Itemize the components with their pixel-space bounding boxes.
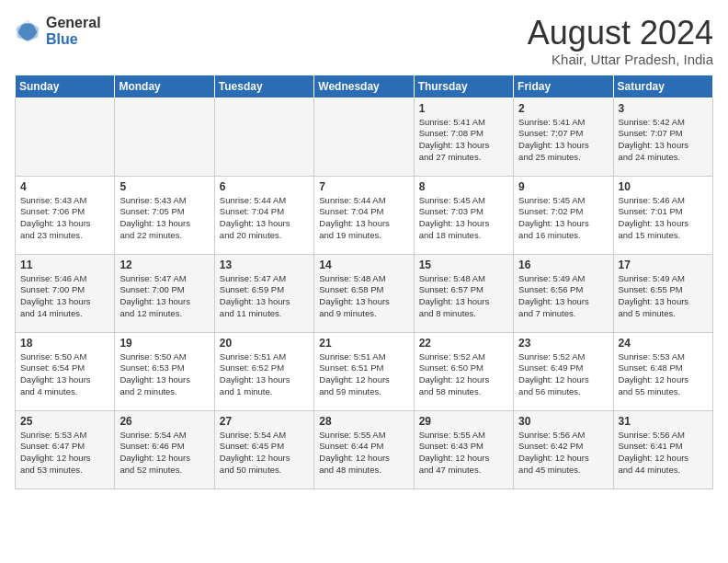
day-info: Sunrise: 5:53 AMSunset: 6:48 PMDaylight:… bbox=[619, 351, 708, 398]
weekday-header-row: SundayMondayTuesdayWednesdayThursdayFrid… bbox=[16, 75, 713, 98]
calendar-cell: 11Sunrise: 5:46 AMSunset: 7:00 PMDayligh… bbox=[16, 254, 115, 332]
day-info: Sunrise: 5:51 AMSunset: 6:52 PMDaylight:… bbox=[220, 351, 309, 398]
day-number: 25 bbox=[20, 415, 109, 428]
day-info: Sunrise: 5:50 AMSunset: 6:53 PMDaylight:… bbox=[119, 351, 209, 398]
day-number: 29 bbox=[419, 415, 508, 428]
calendar-table: SundayMondayTuesdayWednesdayThursdayFrid… bbox=[15, 75, 713, 489]
day-info: Sunrise: 5:53 AMSunset: 6:47 PMDaylight:… bbox=[20, 430, 109, 477]
day-number: 8 bbox=[419, 180, 508, 193]
calendar-cell: 29Sunrise: 5:55 AMSunset: 6:43 PMDayligh… bbox=[414, 410, 513, 488]
page-header: General Blue August 2024 Khair, Uttar Pr… bbox=[15, 15, 713, 67]
calendar-week-row: 4Sunrise: 5:43 AMSunset: 7:06 PMDaylight… bbox=[16, 176, 713, 254]
calendar-cell: 16Sunrise: 5:49 AMSunset: 6:56 PMDayligh… bbox=[514, 254, 613, 332]
calendar-cell: 22Sunrise: 5:52 AMSunset: 6:50 PMDayligh… bbox=[414, 332, 513, 410]
day-number: 19 bbox=[119, 337, 209, 350]
day-info: Sunrise: 5:52 AMSunset: 6:49 PMDaylight:… bbox=[518, 351, 608, 398]
day-number: 27 bbox=[220, 415, 309, 428]
weekday-header-wednesday: Wednesday bbox=[314, 75, 414, 98]
day-info: Sunrise: 5:54 AMSunset: 6:46 PMDaylight:… bbox=[119, 430, 209, 477]
day-info: Sunrise: 5:45 AMSunset: 7:02 PMDaylight:… bbox=[518, 195, 608, 242]
day-number: 11 bbox=[20, 259, 109, 271]
day-info: Sunrise: 5:50 AMSunset: 6:54 PMDaylight:… bbox=[20, 351, 109, 398]
day-number: 7 bbox=[319, 180, 408, 193]
day-number: 20 bbox=[220, 337, 309, 350]
day-number: 31 bbox=[619, 415, 708, 428]
day-number: 2 bbox=[518, 102, 608, 115]
calendar-cell: 4Sunrise: 5:43 AMSunset: 7:06 PMDaylight… bbox=[16, 176, 115, 254]
weekday-header-saturday: Saturday bbox=[613, 75, 712, 98]
calendar-cell: 31Sunrise: 5:56 AMSunset: 6:41 PMDayligh… bbox=[613, 410, 712, 488]
calendar-cell: 3Sunrise: 5:42 AMSunset: 7:07 PMDaylight… bbox=[613, 98, 712, 176]
calendar-cell: 25Sunrise: 5:53 AMSunset: 6:47 PMDayligh… bbox=[16, 410, 115, 488]
day-info: Sunrise: 5:46 AMSunset: 7:00 PMDaylight:… bbox=[20, 273, 109, 320]
month-year-title: August 2024 bbox=[528, 15, 713, 52]
calendar-week-row: 11Sunrise: 5:46 AMSunset: 7:00 PMDayligh… bbox=[16, 254, 713, 332]
day-info: Sunrise: 5:43 AMSunset: 7:05 PMDaylight:… bbox=[119, 195, 209, 242]
day-info: Sunrise: 5:44 AMSunset: 7:04 PMDaylight:… bbox=[319, 195, 408, 242]
calendar-cell: 28Sunrise: 5:55 AMSunset: 6:44 PMDayligh… bbox=[314, 410, 414, 488]
logo: General Blue bbox=[15, 15, 101, 47]
day-number: 10 bbox=[619, 180, 708, 193]
calendar-cell: 7Sunrise: 5:44 AMSunset: 7:04 PMDaylight… bbox=[314, 176, 414, 254]
day-info: Sunrise: 5:54 AMSunset: 6:45 PMDaylight:… bbox=[220, 430, 309, 477]
day-info: Sunrise: 5:55 AMSunset: 6:44 PMDaylight:… bbox=[319, 430, 408, 477]
day-number: 26 bbox=[119, 415, 209, 428]
calendar-cell: 18Sunrise: 5:50 AMSunset: 6:54 PMDayligh… bbox=[16, 332, 115, 410]
weekday-header-monday: Monday bbox=[115, 75, 214, 98]
calendar-cell: 17Sunrise: 5:49 AMSunset: 6:55 PMDayligh… bbox=[613, 254, 712, 332]
calendar-week-row: 25Sunrise: 5:53 AMSunset: 6:47 PMDayligh… bbox=[16, 410, 713, 488]
day-number: 5 bbox=[119, 180, 209, 193]
day-number: 24 bbox=[619, 337, 708, 350]
day-number: 28 bbox=[319, 415, 408, 428]
calendar-cell bbox=[16, 98, 115, 176]
logo-text: General Blue bbox=[46, 15, 101, 47]
weekday-header-thursday: Thursday bbox=[414, 75, 513, 98]
day-info: Sunrise: 5:49 AMSunset: 6:55 PMDaylight:… bbox=[619, 273, 708, 320]
calendar-cell: 14Sunrise: 5:48 AMSunset: 6:58 PMDayligh… bbox=[314, 254, 414, 332]
title-block: August 2024 Khair, Uttar Pradesh, India bbox=[528, 15, 713, 67]
day-info: Sunrise: 5:44 AMSunset: 7:04 PMDaylight:… bbox=[220, 195, 309, 242]
calendar-cell: 27Sunrise: 5:54 AMSunset: 6:45 PMDayligh… bbox=[214, 410, 313, 488]
calendar-cell: 19Sunrise: 5:50 AMSunset: 6:53 PMDayligh… bbox=[115, 332, 214, 410]
day-number: 1 bbox=[419, 102, 508, 115]
day-info: Sunrise: 5:47 AMSunset: 7:00 PMDaylight:… bbox=[119, 273, 209, 320]
calendar-cell: 23Sunrise: 5:52 AMSunset: 6:49 PMDayligh… bbox=[514, 332, 613, 410]
calendar-cell: 13Sunrise: 5:47 AMSunset: 6:59 PMDayligh… bbox=[214, 254, 313, 332]
day-number: 13 bbox=[220, 259, 309, 271]
day-number: 4 bbox=[20, 180, 109, 193]
calendar-week-row: 1Sunrise: 5:41 AMSunset: 7:08 PMDaylight… bbox=[16, 98, 713, 176]
calendar-cell: 20Sunrise: 5:51 AMSunset: 6:52 PMDayligh… bbox=[214, 332, 313, 410]
day-info: Sunrise: 5:56 AMSunset: 6:42 PMDaylight:… bbox=[518, 430, 608, 477]
day-info: Sunrise: 5:43 AMSunset: 7:06 PMDaylight:… bbox=[20, 195, 109, 242]
day-info: Sunrise: 5:42 AMSunset: 7:07 PMDaylight:… bbox=[619, 117, 708, 164]
logo-blue-text: Blue bbox=[46, 31, 101, 48]
calendar-cell: 1Sunrise: 5:41 AMSunset: 7:08 PMDaylight… bbox=[414, 98, 513, 176]
day-number: 22 bbox=[419, 337, 508, 350]
day-info: Sunrise: 5:52 AMSunset: 6:50 PMDaylight:… bbox=[419, 351, 508, 398]
weekday-header-friday: Friday bbox=[514, 75, 613, 98]
day-number: 18 bbox=[20, 337, 109, 350]
day-number: 9 bbox=[518, 180, 608, 193]
calendar-cell bbox=[214, 98, 313, 176]
day-number: 6 bbox=[220, 180, 309, 193]
day-info: Sunrise: 5:56 AMSunset: 6:41 PMDaylight:… bbox=[619, 430, 708, 477]
day-info: Sunrise: 5:41 AMSunset: 7:08 PMDaylight:… bbox=[419, 117, 508, 164]
weekday-header-tuesday: Tuesday bbox=[214, 75, 313, 98]
day-number: 15 bbox=[419, 259, 508, 271]
calendar-cell: 21Sunrise: 5:51 AMSunset: 6:51 PMDayligh… bbox=[314, 332, 414, 410]
calendar-cell: 9Sunrise: 5:45 AMSunset: 7:02 PMDaylight… bbox=[514, 176, 613, 254]
day-info: Sunrise: 5:51 AMSunset: 6:51 PMDaylight:… bbox=[319, 351, 408, 398]
day-info: Sunrise: 5:45 AMSunset: 7:03 PMDaylight:… bbox=[419, 195, 508, 242]
day-info: Sunrise: 5:48 AMSunset: 6:58 PMDaylight:… bbox=[319, 273, 408, 320]
day-info: Sunrise: 5:47 AMSunset: 6:59 PMDaylight:… bbox=[220, 273, 309, 320]
day-number: 30 bbox=[518, 415, 608, 428]
day-number: 23 bbox=[518, 337, 608, 350]
weekday-header-sunday: Sunday bbox=[16, 75, 115, 98]
calendar-cell: 10Sunrise: 5:46 AMSunset: 7:01 PMDayligh… bbox=[613, 176, 712, 254]
day-number: 14 bbox=[319, 259, 408, 271]
day-info: Sunrise: 5:46 AMSunset: 7:01 PMDaylight:… bbox=[619, 195, 708, 242]
day-info: Sunrise: 5:55 AMSunset: 6:43 PMDaylight:… bbox=[419, 430, 508, 477]
calendar-cell: 24Sunrise: 5:53 AMSunset: 6:48 PMDayligh… bbox=[613, 332, 712, 410]
calendar-cell bbox=[115, 98, 214, 176]
calendar-cell bbox=[314, 98, 414, 176]
